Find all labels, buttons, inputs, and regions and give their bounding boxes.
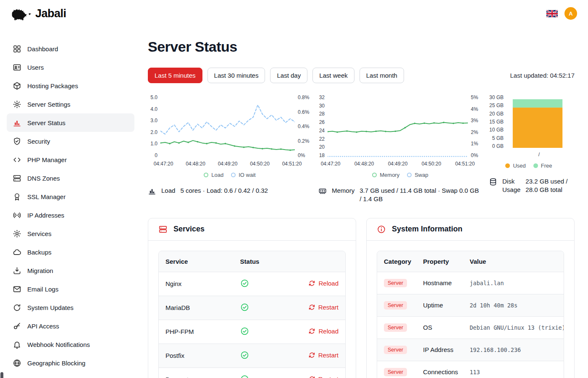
column-header-status: Status — [234, 251, 275, 272]
check-circle-icon — [240, 279, 249, 288]
uk-flag-icon[interactable] — [546, 10, 558, 17]
chart-legend: LoadIO wait — [148, 172, 312, 178]
sidebar-item-users[interactable]: Users — [7, 58, 134, 76]
action-restart-link[interactable]: Restart — [309, 304, 339, 311]
action-label: Reload — [318, 280, 339, 287]
sidebar-item-label: System Updates — [27, 304, 74, 311]
column-header-property: Property — [416, 251, 463, 272]
sidebar-item-server-status[interactable]: Server Status — [7, 113, 134, 132]
action-label: Reload — [318, 328, 339, 335]
system-info-card-title: System Information — [392, 225, 462, 234]
sidebar-item-dns-zones[interactable]: DNS Zones — [7, 169, 134, 187]
info-icon — [377, 225, 386, 234]
app: Jabali A DashboardUsersHosting PackagesS… — [0, 0, 588, 378]
system-info-table-header: CategoryPropertyValue — [377, 251, 564, 272]
sidebar-item-geographic-blocking[interactable]: Geographic Blocking — [7, 354, 134, 372]
chart-legend: MemorySwap — [318, 172, 482, 178]
legend-label: Free — [541, 163, 552, 169]
legend-used[interactable]: Used — [505, 163, 525, 169]
right-axis-ticks: 0.8%0.6%0.4%0.2%0% — [295, 95, 312, 158]
action-reload-link[interactable]: Reload — [309, 328, 339, 335]
legend-memory[interactable]: Memory — [372, 172, 399, 178]
legend-free[interactable]: Free — [533, 163, 552, 169]
filter-last-5-minutes[interactable]: Last 5 minutes — [148, 68, 202, 83]
stat-text: 5 cores · Load: 0.6 / 0.42 / 0.32 — [180, 186, 268, 195]
action-reload-link[interactable]: Reload — [309, 280, 339, 287]
legend-label: Load — [211, 172, 223, 178]
column-header-value: Value — [463, 251, 564, 272]
memory-stat: Memory3.7 GB used / 11.4 GB total · Swap… — [318, 186, 482, 204]
filter-last-30-minutes[interactable]: Last 30 minutes — [207, 68, 265, 83]
service-name: Postfix — [159, 344, 234, 368]
status-cell — [234, 320, 275, 344]
service-row-dovecot: DovecotRestart — [159, 368, 345, 378]
code-icon — [13, 155, 21, 164]
legend-load[interactable]: Load — [204, 172, 223, 178]
service-row-php-fpm: PHP-FPMReload — [159, 320, 345, 344]
sidebar-item-ssl-manager[interactable]: SSL Manager — [7, 187, 134, 206]
sidebar-item-label: API Access — [27, 323, 59, 330]
chart-memory: 32302826242220185%4%3%2%1%0%04:47:2004:4… — [318, 95, 482, 204]
sidebar-item-php-manager[interactable]: PHP Manager — [7, 150, 134, 169]
sidebar-item-security[interactable]: Security — [7, 132, 134, 150]
service-name: Nginx — [159, 272, 234, 296]
sidebar-item-label: DNS Zones — [27, 175, 60, 182]
filter-last-day[interactable]: Last day — [270, 68, 307, 83]
legend-io-wait[interactable]: IO wait — [231, 172, 255, 178]
action-restart-link[interactable]: Restart — [309, 352, 339, 359]
sidebar-item-system-updates[interactable]: System Updates — [7, 298, 134, 317]
legend-dot — [533, 163, 538, 168]
action-label: Restart — [318, 352, 339, 359]
filter-last-month[interactable]: Last month — [360, 68, 404, 83]
chart-load: 5.04.03.02.01.000.8%0.6%0.4%0.2%0%04:47:… — [148, 95, 312, 195]
sidebar-item-api-access[interactable]: API Access — [7, 317, 134, 335]
broadcast-icon — [13, 211, 21, 220]
sidebar-item-label: Backups — [27, 249, 52, 256]
category-cell: Server — [377, 339, 416, 361]
key-icon — [13, 322, 21, 331]
chart-disk-plot — [507, 95, 569, 149]
main-content: Server Status Last 5 minutesLast 30 minu… — [141, 27, 588, 378]
mail-icon — [13, 285, 21, 294]
action-restart-link[interactable]: Restart — [309, 375, 339, 378]
sidebar-item-backups[interactable]: Backups — [7, 243, 134, 261]
disk-stat: Disk Usage23.2 GB used / 28.0 GB total — [489, 177, 569, 194]
property-value: 192.168.100.236 — [463, 339, 564, 361]
sidebar-item-server-settings[interactable]: Server Settings — [7, 95, 134, 113]
sidebar-item-migration[interactable]: Migration — [7, 261, 134, 280]
time-filters: Last 5 minutesLast 30 minutesLast dayLas… — [148, 68, 404, 83]
cards-row: Services ServiceStatus NginxReloadMariaD… — [148, 218, 575, 378]
sidebar-item-label: Email Logs — [27, 286, 58, 293]
avatar[interactable]: A — [564, 7, 577, 20]
action-cell: Reload — [274, 272, 345, 296]
sidebar-item-dashboard[interactable]: Dashboard — [7, 39, 134, 58]
service-name: MariaDB — [159, 296, 234, 320]
sidebar-item-email-logs[interactable]: Email Logs — [7, 280, 134, 298]
property-value: 113 — [463, 361, 564, 378]
property-value: 2d 10h 40m 28s — [463, 294, 564, 316]
sidebar-item-webhook-notifications[interactable]: Webhook Notifications — [7, 335, 134, 354]
system-row-hostname: ServerHostnamejabali.lan — [377, 272, 564, 294]
brand[interactable]: Jabali — [9, 6, 66, 21]
filter-last-week[interactable]: Last week — [312, 68, 354, 83]
sidebar-item-hosting-packages[interactable]: Hosting Packages — [7, 76, 134, 95]
sidebar-item-label: Migration — [27, 267, 53, 274]
action-cell: Restart — [274, 296, 345, 320]
boar-logo-icon — [9, 6, 32, 21]
bar-chart-icon — [13, 118, 21, 127]
page-title: Server Status — [148, 39, 575, 55]
services-table: ServiceStatus NginxReloadMariaDBRestartP… — [159, 251, 345, 378]
action-cell: Restart — [274, 344, 345, 368]
sidebar-scrollbar-thumb[interactable] — [0, 372, 3, 378]
sidebar-item-services[interactable]: Services — [7, 224, 134, 243]
refresh-cw-icon — [309, 304, 315, 310]
sidebar-item-ip-addresses[interactable]: IP Addresses — [7, 206, 134, 224]
shield-check-icon — [13, 137, 21, 146]
status-cell — [234, 344, 275, 368]
category-cell: Server — [377, 294, 416, 316]
service-row-postfix: PostfixRestart — [159, 344, 345, 368]
legend-swap[interactable]: Swap — [407, 172, 428, 178]
system-row-uptime: ServerUptime2d 10h 40m 28s — [377, 294, 564, 316]
left-axis-ticks: 5.04.03.02.01.00 — [148, 95, 160, 158]
sidebar-item-label: PHP Manager — [27, 156, 67, 163]
